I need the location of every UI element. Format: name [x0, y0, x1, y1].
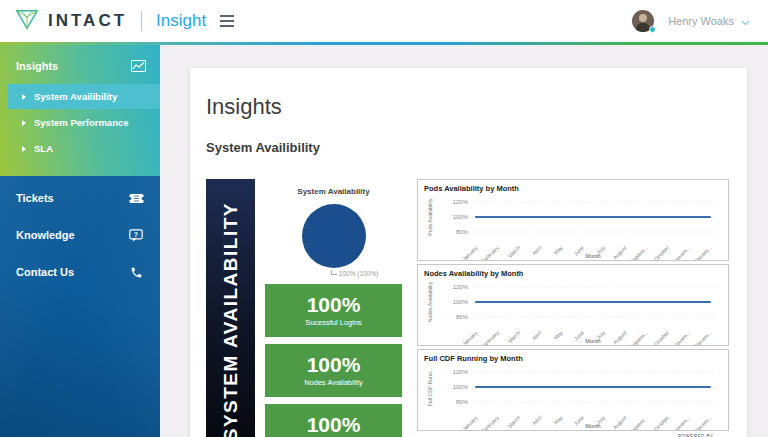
sidebar-item-insights[interactable]: Insights: [0, 53, 160, 83]
svg-text:Full CDF Runn...: Full CDF Runn...: [427, 368, 433, 407]
svg-text:Septem...: Septem...: [629, 244, 649, 260]
nodes-availability-line-chart: 120%100%80%Nodes AvailabilityJanuaryFebr…: [424, 279, 724, 345]
sidebar-insights-section: Insights System Availibility System Perf…: [0, 45, 160, 176]
dashboard-banner: SYSTEM AVAILABILITY: [206, 179, 255, 437]
user-name: Henry Woaks: [668, 15, 734, 27]
svg-text:Month: Month: [585, 338, 600, 344]
svg-text:Septem...: Septem...: [629, 414, 649, 430]
svg-text:August: August: [612, 244, 628, 260]
svg-text:May: May: [552, 414, 564, 426]
svg-text:Pods Availability: Pods Availability: [427, 198, 433, 236]
app-logo[interactable]: INTACT Insight: [14, 6, 206, 36]
svg-text:80%: 80%: [456, 229, 469, 235]
svg-text:Month: Month: [585, 253, 600, 259]
svg-text:120%: 120%: [453, 369, 469, 375]
svg-text:March: March: [507, 414, 522, 429]
insights-label: Insights: [16, 60, 58, 72]
sidebar-subitem-label: System Performance: [34, 117, 129, 128]
svg-text:April: April: [531, 329, 543, 341]
sidebar-item-contact-us[interactable]: Contact Us: [0, 254, 160, 290]
svg-text:June: June: [573, 244, 585, 256]
ticket-icon: [128, 191, 144, 205]
stat-value: 100%: [307, 294, 361, 316]
chart-title: Pods Availability by Month: [424, 184, 724, 193]
sidebar-item-sla[interactable]: SLA: [0, 136, 160, 161]
main-content: Insights System Availibility SYSTEM AVAI…: [160, 45, 768, 437]
svg-text:October: October: [653, 414, 671, 430]
svg-text:October: October: [653, 329, 671, 345]
sidebar-item-tickets[interactable]: Tickets: [0, 180, 160, 216]
svg-text:May: May: [552, 244, 564, 256]
svg-text:April: April: [531, 244, 543, 256]
line-chart-icon: [130, 59, 146, 73]
chevron-right-icon: [22, 94, 26, 100]
svg-text:August: August: [612, 329, 628, 345]
stat-box-nodes-availability-2[interactable]: 100% Nodes Availability: [265, 404, 402, 437]
svg-text:Novem...: Novem...: [672, 329, 691, 345]
section-title: System Availibility: [206, 140, 729, 155]
svg-text:80%: 80%: [456, 314, 469, 320]
page-title: Insights: [206, 94, 729, 120]
sidebar: Insights System Availibility System Perf…: [0, 45, 160, 437]
svg-text:Month: Month: [585, 423, 600, 429]
stat-column: System Availability 100% (100%) 100% Suc…: [255, 179, 412, 437]
chart-title: Full CDF Running by Month: [424, 354, 724, 363]
sidebar-menu-section: Tickets Knowledge ? Contact Us: [0, 176, 160, 437]
svg-text:January: January: [461, 244, 479, 260]
user-menu[interactable]: Henry Woaks: [632, 10, 750, 32]
chart-title: Nodes Availability by Month: [424, 269, 724, 278]
stat-value: 100%: [307, 354, 361, 376]
svg-text:Decem...: Decem...: [693, 329, 712, 345]
sidebar-item-system-availibility[interactable]: System Availibility: [8, 84, 160, 109]
svg-text:Novem...: Novem...: [672, 244, 691, 260]
pie-label-connector: [331, 270, 337, 275]
svg-text:100%: 100%: [453, 214, 469, 220]
chart-full-cdf-running[interactable]: Full CDF Running by Month 120%100%80%Ful…: [417, 349, 729, 431]
chevron-down-icon: [741, 12, 750, 30]
intact-triangle-logo-icon: [14, 6, 40, 36]
stat-box-successful-logins[interactable]: 100% Sucessful Logins: [265, 284, 402, 337]
svg-text:October: October: [653, 244, 671, 260]
svg-text:February: February: [481, 414, 500, 430]
svg-text:100%: 100%: [453, 299, 469, 305]
chart-pods-availability[interactable]: Pods Availability by Month 120%100%80%Po…: [417, 179, 729, 261]
svg-text:Decem...: Decem...: [693, 414, 712, 430]
pie-chart-title: System Availability: [265, 187, 402, 196]
svg-text:Nodes Availability: Nodes Availability: [427, 281, 433, 322]
knowledge-icon: ?: [128, 228, 144, 242]
availability-pie-chart[interactable]: [302, 204, 366, 268]
sidebar-item-knowledge[interactable]: Knowledge ?: [0, 217, 160, 253]
pie-label: 100% (100%): [339, 270, 378, 277]
hamburger-menu-icon[interactable]: [220, 15, 234, 27]
charts-column: Pods Availability by Month 120%100%80%Po…: [417, 179, 729, 437]
banner-text: SYSTEM AVAILABILITY: [220, 202, 242, 437]
svg-text:January: January: [461, 329, 479, 345]
svg-text:March: March: [507, 329, 522, 344]
svg-text:August: August: [612, 414, 628, 430]
svg-text:January: January: [461, 414, 479, 430]
svg-text:May: May: [552, 329, 564, 341]
pie-label-row: 100% (100%): [265, 270, 402, 277]
svg-text:120%: 120%: [453, 199, 469, 205]
svg-text:June: June: [573, 414, 585, 426]
stat-label: Sucessful Logins: [305, 318, 362, 327]
svg-text:?: ?: [134, 230, 138, 237]
stat-box-nodes-availability[interactable]: 100% Nodes Availability: [265, 344, 402, 397]
sidebar-item-label: Tickets: [16, 192, 54, 204]
svg-text:February: February: [481, 244, 500, 260]
stat-label: Nodes Availability: [304, 378, 363, 387]
chart-nodes-availability[interactable]: Nodes Availability by Month 120%100%80%N…: [417, 264, 729, 346]
phone-icon: [128, 265, 144, 279]
pods-availability-line-chart: 120%100%80%Pods AvailabilityJanuaryFebru…: [424, 194, 724, 260]
svg-text:Novem...: Novem...: [672, 414, 691, 430]
chevron-right-icon: [22, 146, 26, 152]
system-availability-dashboard: SYSTEM AVAILABILITY System Availability …: [206, 179, 729, 437]
svg-text:February: February: [481, 329, 500, 345]
sidebar-item-label: Knowledge: [16, 229, 75, 241]
stat-value: 100%: [307, 414, 361, 436]
sidebar-item-label: Contact Us: [16, 266, 74, 278]
svg-text:April: April: [531, 414, 543, 426]
brand-divider: [141, 11, 142, 31]
sidebar-item-system-performance[interactable]: System Performance: [0, 110, 160, 135]
sidebar-subitem-label: SLA: [34, 143, 53, 154]
